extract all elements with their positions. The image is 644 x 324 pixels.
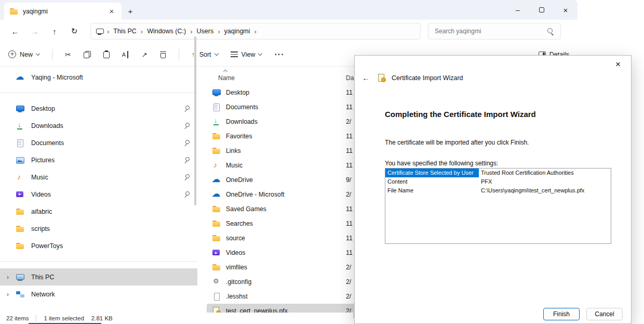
list-item[interactable]: Videos 11 [207, 245, 364, 260]
list-item[interactable]: OneDrive - Microsoft 2/ [207, 187, 364, 202]
search-box[interactable] [428, 23, 561, 40]
breadcrumb-yaqingmi[interactable]: yaqingmi [223, 28, 251, 35]
chevron-down-icon [36, 51, 40, 56]
pin-icon [184, 174, 190, 180]
settings-row[interactable]: Certificate Store Selected by User Trust… [385, 169, 611, 177]
list-item[interactable]: Searches 11 [207, 216, 364, 231]
sidebar-item-aifabric[interactable]: aifabric [0, 203, 197, 220]
breadcrumb-this-pc[interactable]: This PC [112, 28, 137, 35]
cancel-button[interactable]: Cancel [586, 308, 623, 320]
list-item[interactable]: OneDrive 9/ [207, 173, 364, 187]
list-item[interactable]: Favorites 11 [207, 129, 364, 144]
file-date: 11 [346, 103, 353, 111]
file-date: 2/ [346, 293, 351, 300]
network-icon [16, 290, 25, 299]
file-name: Saved Games [226, 205, 266, 213]
sidebar-item-music[interactable]: Music [0, 169, 197, 186]
expand-chevron-icon[interactable] [0, 273, 16, 281]
breadcrumb-users[interactable]: Users [196, 28, 215, 35]
folder-icon [16, 208, 25, 216]
file-name: OneDrive [226, 176, 253, 184]
desktop-icon [212, 88, 221, 97]
dialog-close-button[interactable] [608, 57, 628, 72]
sidebar-scrollbar[interactable] [194, 36, 196, 205]
share-button[interactable] [142, 50, 147, 59]
folder-icon [212, 205, 221, 213]
sidebar-item-downloads[interactable]: Downloads [0, 117, 197, 134]
column-headers: Name Da [207, 68, 364, 85]
list-item[interactable]: Desktop 11 [207, 85, 364, 100]
certificate-icon [377, 74, 386, 82]
paste-button[interactable] [103, 50, 110, 58]
sidebar-item-pictures[interactable]: Pictures [0, 151, 197, 169]
setting-key: File Name [385, 186, 479, 195]
back-button[interactable] [7, 23, 23, 39]
setting-value: C:\Users\yaqingmi\test_cert_newplus.pfx [479, 186, 586, 195]
status-bar: 22 items 1 item selected 2.81 KB [0, 313, 353, 324]
list-item[interactable]: Documents 11 [207, 100, 364, 114]
list-item[interactable]: .gitconfig 2/ [207, 275, 364, 289]
list-item[interactable]: Downloads 2/ [207, 114, 364, 129]
sidebar-item-this-pc[interactable]: This PC [0, 268, 197, 286]
delete-button[interactable] [160, 51, 166, 58]
sidebar-item-videos[interactable]: Videos [0, 186, 197, 203]
search-input[interactable] [435, 28, 547, 35]
list-item[interactable]: Music 11 [207, 158, 364, 173]
list-item[interactable]: Links 11 [207, 144, 364, 158]
settings-row[interactable]: Content PFX [385, 177, 611, 186]
list-item[interactable]: source 11 [207, 231, 364, 245]
view-button[interactable]: View [231, 51, 262, 58]
sidebar-item-label: Videos [31, 191, 51, 198]
desktop-icon [16, 105, 25, 113]
finish-button[interactable]: Finish [543, 308, 580, 320]
gear-icon [212, 278, 221, 286]
maximize-button[interactable] [530, 0, 554, 20]
sidebar-item-label: scripts [31, 225, 50, 232]
file-name: Documents [226, 103, 258, 111]
column-header-date[interactable]: Da [346, 74, 354, 82]
file-name: OneDrive - Microsoft [226, 191, 285, 198]
pin-icon [184, 191, 190, 198]
sidebar-item-onedrive-root[interactable]: Yaqing - Microsoft [0, 69, 197, 86]
settings-row[interactable]: File Name C:\Users\yaqingmi\test_cert_ne… [385, 186, 611, 195]
downloads-icon [212, 118, 221, 126]
tab-close-icon[interactable] [107, 7, 116, 16]
sidebar-item-powertoys[interactable]: PowerToys [0, 237, 197, 254]
explorer-tab[interactable]: yaqingmi [4, 3, 122, 20]
close-button[interactable] [554, 0, 578, 20]
sidebar-item-documents[interactable]: Documents [0, 134, 197, 151]
onedrive-icon [212, 190, 221, 199]
address-bar[interactable]: This PC Windows (C:) Users yaqingmi [90, 23, 421, 40]
window-controls [506, 0, 578, 20]
toolbar-divider [52, 49, 52, 60]
dialog-header: Certificate Import Wizard [362, 73, 463, 82]
up-button[interactable] [47, 23, 62, 39]
new-tab-button[interactable] [122, 3, 139, 19]
more-options-button[interactable] [274, 50, 284, 59]
rename-button[interactable] [122, 51, 129, 58]
expand-chevron-icon[interactable] [0, 290, 16, 298]
dialog-heading: Completing the Certificate Import Wizard [385, 110, 536, 119]
file-name: vimfiles [226, 264, 247, 271]
sidebar-item-network[interactable]: Network [0, 286, 197, 303]
sidebar-item-desktop[interactable]: Desktop [0, 100, 197, 117]
refresh-button[interactable] [66, 23, 82, 39]
forward-button[interactable] [27, 23, 43, 39]
list-item[interactable]: vimfiles 2/ [207, 260, 364, 275]
copy-button[interactable] [84, 51, 91, 58]
list-item[interactable]: Saved Games 11 [207, 202, 364, 216]
settings-list[interactable]: Certificate Store Selected by User Trust… [385, 168, 611, 244]
settings-intro-label: You have specified the following setting… [385, 160, 498, 167]
breadcrumb-windows-c[interactable]: Windows (C:) [146, 28, 187, 35]
column-header-name[interactable]: Name [218, 74, 235, 82]
minimize-button[interactable] [506, 0, 530, 20]
file-name: .gitconfig [226, 278, 251, 286]
new-button[interactable]: New [8, 50, 39, 58]
file-date: 11 [346, 235, 353, 242]
list-item[interactable]: .lesshst 2/ [207, 289, 364, 304]
cut-button[interactable] [65, 50, 71, 59]
dialog-body-text: The certificate will be imported after y… [385, 139, 529, 146]
sidebar-item-scripts[interactable]: scripts [0, 220, 197, 237]
dialog-back-button[interactable] [362, 73, 370, 82]
folder-icon [16, 242, 25, 250]
